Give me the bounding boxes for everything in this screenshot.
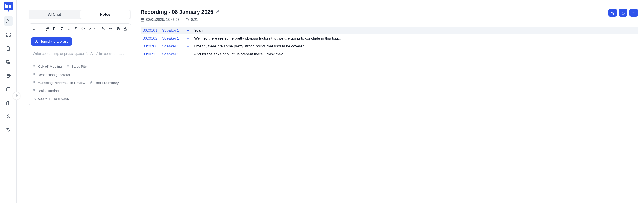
svg-rect-5	[6, 33, 8, 34]
recording-datetime: 08/01/2025, 15:43:05	[140, 18, 180, 22]
sidebar-expand-button[interactable]	[12, 92, 20, 100]
chevron-down-icon	[186, 37, 190, 40]
download-button[interactable]	[619, 9, 627, 17]
sidebar-item-profile[interactable]	[4, 112, 13, 121]
chevron-down-icon	[186, 52, 190, 56]
code-button[interactable]	[80, 25, 87, 32]
template-description-generator[interactable]: Description generator	[32, 73, 70, 77]
transcript-text: I mean, there are some pretty strong poi…	[194, 44, 636, 48]
pencil-icon	[216, 10, 220, 14]
svg-rect-8	[9, 35, 10, 37]
transcript-text: And for the sake of all of us present th…	[194, 52, 636, 56]
tab-ai-chat[interactable]: AI Chat	[29, 10, 80, 19]
template-library-button[interactable]: Template Library	[31, 37, 72, 46]
undo-button[interactable]	[100, 25, 107, 32]
svg-point-67	[634, 12, 634, 13]
template-kickoff[interactable]: Kick off Meeting	[32, 65, 62, 69]
transcript-row[interactable]: 00:00:02Speaker 1Well, so there are some…	[140, 34, 638, 42]
transcript-text: Yeah.	[194, 28, 636, 33]
transcript-speaker[interactable]: Speaker 1	[162, 44, 182, 48]
app-logo	[3, 2, 14, 12]
export-button[interactable]	[122, 25, 129, 32]
transcript-speaker[interactable]: Speaker 1	[162, 28, 182, 33]
recording-title: Recording - 08 January 2025	[140, 9, 213, 15]
paragraph-style-button[interactable]	[31, 27, 40, 30]
transcript-speaker[interactable]: Speaker 1	[162, 52, 182, 56]
svg-line-27	[61, 28, 62, 30]
transcript-time[interactable]: 00:00:01	[143, 28, 158, 33]
speaker-dropdown[interactable]	[186, 37, 191, 40]
sidebar-item-language[interactable]	[4, 125, 13, 135]
speaker-dropdown[interactable]	[186, 52, 191, 56]
template-brainstorming[interactable]: Brainstorming	[32, 89, 59, 93]
chevron-down-icon	[186, 45, 190, 48]
transcript-row[interactable]: 00:00:01Speaker 1Yeah.	[140, 26, 638, 34]
svg-rect-14	[6, 88, 10, 91]
svg-rect-7	[6, 35, 8, 37]
text-color-button[interactable]	[87, 27, 96, 30]
sparkle-icon	[32, 97, 36, 100]
svg-rect-2	[8, 4, 9, 8]
editor-placeholder[interactable]: Write something, or press 'space' for AI…	[31, 52, 129, 56]
transcript-row[interactable]: 00:00:12Speaker 1And for the sake of all…	[140, 50, 638, 58]
link-button[interactable]	[44, 25, 50, 32]
chevron-down-icon	[92, 27, 95, 30]
tab-switch: AI Chat Notes	[28, 10, 131, 19]
transcript-list: 00:00:01Speaker 1Yeah.00:00:02Speaker 1W…	[140, 26, 638, 58]
svg-rect-6	[9, 33, 10, 34]
svg-point-66	[632, 12, 633, 13]
template-basic-summary[interactable]: Basic Summary	[90, 81, 119, 85]
transcript-pane: Recording - 08 January 2025 08/01/2025, …	[131, 0, 644, 203]
transcript-time[interactable]: 00:00:12	[143, 52, 158, 56]
chevron-down-icon	[36, 27, 39, 30]
notes-pane: AI Chat Notes	[17, 0, 131, 203]
copy-button[interactable]	[115, 25, 122, 32]
dots-icon	[632, 11, 636, 15]
speaker-dropdown[interactable]	[186, 29, 191, 32]
transcript-row[interactable]: 00:00:08Speaker 1I mean, there are some …	[140, 42, 638, 50]
transcript-text: Well, so there are some pretty obvious f…	[194, 36, 636, 41]
speaker-dropdown[interactable]	[186, 45, 191, 48]
sidebar-item-chat[interactable]	[4, 57, 13, 67]
svg-point-68	[634, 12, 635, 13]
editor-card: Template Library Write something, or pre…	[28, 23, 131, 105]
redo-button[interactable]	[107, 25, 114, 32]
svg-line-64	[612, 12, 613, 12]
underline-button[interactable]	[66, 25, 72, 32]
tab-notes[interactable]: Notes	[80, 10, 130, 19]
template-marketing-review[interactable]: Marketing Performance Review	[32, 81, 85, 85]
sidebar-item-calendar[interactable]	[4, 84, 13, 94]
download-icon	[621, 11, 625, 15]
clipboard-icon	[32, 81, 36, 85]
recording-duration: 0:21	[185, 18, 198, 22]
more-options-button[interactable]	[630, 9, 638, 17]
sidebar-item-notes[interactable]	[4, 71, 13, 80]
strikethrough-button[interactable]	[72, 25, 80, 32]
share-icon	[610, 11, 614, 15]
svg-point-3	[7, 19, 8, 21]
svg-point-21	[8, 115, 9, 116]
sidebar-item-gift[interactable]	[4, 98, 13, 108]
clock-icon	[185, 18, 189, 22]
italic-button[interactable]	[58, 25, 65, 32]
see-more-templates[interactable]: See More Templates	[32, 97, 69, 101]
sidebar	[0, 0, 17, 203]
clipboard-icon	[32, 65, 36, 68]
calendar-icon	[140, 18, 144, 22]
svg-line-65	[612, 13, 613, 14]
transcript-speaker[interactable]: Speaker 1	[162, 36, 182, 41]
transcript-time[interactable]: 00:00:08	[143, 44, 158, 48]
sidebar-item-team[interactable]	[4, 16, 13, 26]
svg-point-4	[9, 20, 10, 21]
chevron-down-icon	[186, 29, 190, 32]
transcript-time[interactable]: 00:00:02	[143, 36, 158, 41]
edit-title-button[interactable]	[216, 10, 220, 14]
sidebar-item-dashboard[interactable]	[4, 30, 13, 39]
svg-rect-56	[141, 19, 144, 21]
clipboard-icon	[66, 65, 70, 68]
sidebar-item-document[interactable]	[4, 43, 13, 53]
clipboard-icon	[90, 81, 93, 85]
bold-button[interactable]	[51, 25, 58, 32]
template-sales[interactable]: Sales Pitch	[66, 65, 89, 69]
share-button[interactable]	[608, 9, 617, 17]
